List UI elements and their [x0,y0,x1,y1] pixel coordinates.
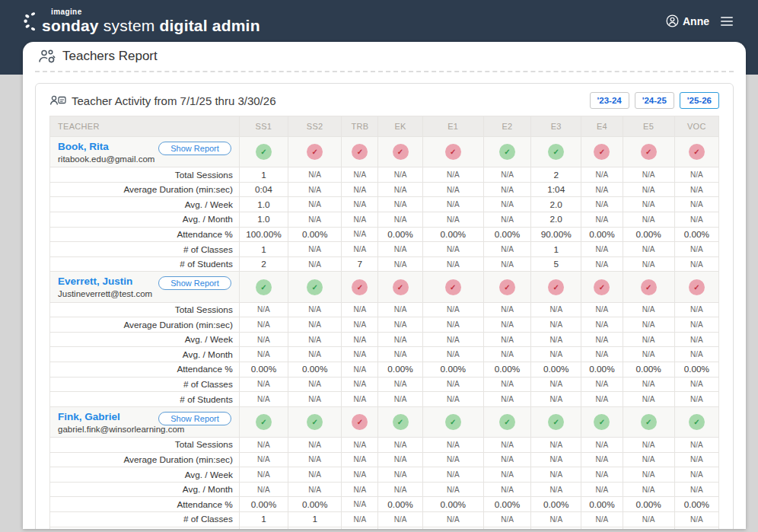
status-cell-e3: ✓ [531,137,581,167]
metric-value: N/A [239,482,288,497]
metric-value: 0.00% [674,497,718,512]
status-cell-voc: ✓ [674,406,718,437]
metric-value: N/A [623,347,674,362]
metric-value: 0.00% [378,227,422,242]
metric-value: 7 [342,527,378,529]
metric-value: N/A [342,332,378,347]
metric-value: N/A [674,512,718,527]
metric-row: Total SessionsN/AN/AN/AN/AN/AN/AN/AN/AN/… [50,302,719,317]
metric-value: 0.00% [422,362,483,377]
metric-value: 0:04 [239,182,288,197]
teacher-name-link[interactable]: Everrett, Justin [58,276,132,288]
metric-value: N/A [483,467,530,483]
metric-value: 0.00% [378,497,422,512]
metric-value: 0.00% [674,362,718,377]
status-cell-trb: ✓ [342,137,378,167]
metric-value: N/A [623,182,674,197]
metric-value: N/A [288,302,342,317]
check-circle-red-icon: ✓ [352,144,368,160]
check-circle-red-icon: ✓ [352,414,368,430]
metric-value: N/A [483,317,530,333]
column-header-e4: E4 [581,116,623,137]
metric-value: 0.00% [239,362,288,377]
metric-value: N/A [674,467,718,483]
metric-value: N/A [239,332,288,347]
metric-value: N/A [623,377,674,392]
check-circle-green-icon: ✓ [499,144,515,160]
content-card: Teachers Report Teacher Activity from 7/… [23,42,746,529]
teacher-email: ritabook.edu@gmail.com [58,154,233,164]
check-circle-red-icon: ✓ [445,279,461,295]
metric-value: N/A [581,256,623,272]
app-logo[interactable]: imagine sonday system digital admin [23,8,260,33]
panel-title: Teacher Activity from 7/1/25 thru 3/30/2… [49,94,275,107]
check-circle-red-icon: ✓ [548,279,564,295]
status-cell-e1: ✓ [422,272,483,302]
teacher-name-link[interactable]: Fink, Gabriel [58,411,120,424]
metric-value: N/A [581,302,623,317]
page-title: Teachers Report [62,49,158,64]
metric-value: N/A [674,302,718,317]
metric-value: N/A [623,167,674,183]
check-circle-red-icon: ✓ [641,144,657,160]
metric-value: N/A [342,182,378,197]
metric-value: N/A [342,482,378,497]
metric-value: 1.0 [239,197,288,212]
metric-value: 0.00% [378,362,422,377]
metric-row: Average Duration (min:sec)0:04N/AN/AN/AN… [50,182,719,197]
show-report-button[interactable]: Show Report [158,412,231,425]
table-header-row: TEACHERSS1SS2TRBEKE1E2E3E4E5VOC [50,116,719,137]
metric-value: 2 [239,256,288,272]
metric-value: N/A [531,317,581,333]
check-circle-green-icon: ✓ [548,144,564,160]
metric-value: N/A [288,347,342,362]
year-button-25-26[interactable]: '25-26 [680,92,719,109]
check-circle-red-icon: ✓ [689,144,705,160]
status-cell-voc: ✓ [674,272,718,302]
metric-value: N/A [483,527,530,529]
metric-value: 4 [239,527,288,529]
metric-value: N/A [623,392,674,407]
status-cell-e4: ✓ [581,137,623,167]
metric-value: N/A [531,512,581,527]
page: imagine sonday system digital admin Anne [0,0,758,532]
check-circle-red-icon: ✓ [499,279,515,295]
year-button-24-25[interactable]: '24-25 [635,92,674,109]
metric-value: N/A [581,167,623,183]
metric-value: N/A [483,256,530,272]
metric-value: 0.00% [483,227,530,242]
check-circle-red-icon: ✓ [393,279,409,295]
hamburger-menu-icon[interactable] [718,14,735,28]
metric-row: Avg. / MonthN/AN/AN/AN/AN/AN/AN/AN/AN/AN… [50,482,719,497]
metric-value: N/A [288,167,342,183]
column-header-voc: VOC [674,116,718,137]
metric-value: N/A [342,377,378,392]
show-report-button[interactable]: Show Report [158,276,231,290]
teacher-activity-table: TEACHERSS1SS2TRBEKE1E2E3E4E5VOCBook, Rit… [49,116,719,529]
metric-value: N/A [531,377,581,392]
status-cell-ss2: ✓ [288,137,342,167]
year-button-23-24[interactable]: '23-24 [590,92,629,109]
metric-label: Average Duration (min:sec) [50,452,240,467]
status-cell-ek: ✓ [378,406,422,437]
metric-value: N/A [674,452,718,467]
metric-value: N/A [378,392,422,407]
metric-value: 0.00% [623,362,674,377]
metric-value: N/A [483,167,530,183]
metric-value: N/A [581,377,623,392]
logo-imagine: imagine [51,8,260,16]
metric-value: N/A [623,212,674,228]
column-header-ss2: SS2 [288,116,342,137]
metric-value: N/A [342,362,378,377]
metric-value: N/A [378,527,422,529]
metric-value: N/A [483,347,530,362]
show-report-button[interactable]: Show Report [158,142,231,155]
metric-value: N/A [581,317,623,333]
metric-value: 0.00% [239,497,288,512]
metric-row: # of ClassesN/AN/AN/AN/AN/AN/AN/AN/AN/AN… [50,377,719,392]
status-cell-e5: ✓ [623,406,674,437]
user-menu[interactable]: Anne [666,14,709,27]
teacher-name-link[interactable]: Book, Rita [58,141,109,154]
metric-value: N/A [581,467,623,483]
teacher-row: Everrett, JustinJustineverrett@test.comS… [50,272,719,302]
